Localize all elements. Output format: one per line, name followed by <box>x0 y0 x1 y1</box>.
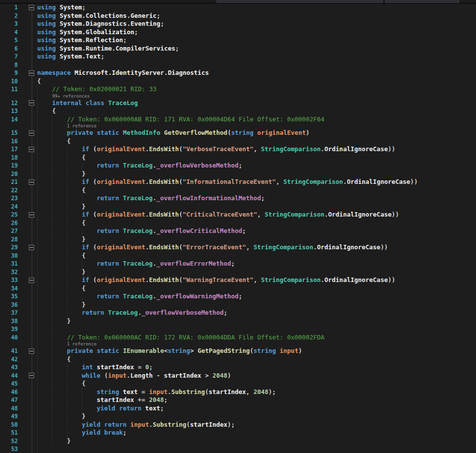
code-line-content[interactable]: return TraceLog._overflowVerboseMethod; <box>37 309 476 317</box>
code-line-content[interactable]: { <box>37 186 476 195</box>
code-line-content[interactable]: } <box>37 412 476 421</box>
code-line-content[interactable]: { <box>37 219 476 227</box>
code-line[interactable]: 51yield break; <box>0 429 476 437</box>
collapse-region-button[interactable] <box>29 348 34 354</box>
toolbar-combobox-fragment[interactable] <box>217 0 383 3</box>
code-line[interactable]: 6using System.Runtime.CompilerServices; <box>0 45 476 53</box>
code-line[interactable]: 48yield return text; <box>0 404 476 413</box>
code-line-content[interactable]: 1 reference <box>37 123 476 129</box>
code-line[interactable]: 1using System; <box>0 3 476 12</box>
code-line-content[interactable]: using System.Collections.Generic; <box>37 12 476 20</box>
code-line-content[interactable]: while (input.Length - startIndex > 2048) <box>37 372 476 380</box>
code-line[interactable]: 10{ <box>0 77 476 86</box>
code-line-content[interactable]: } <box>37 235 476 244</box>
references-codelens-link[interactable]: 1 reference <box>67 123 97 129</box>
code-line[interactable]: 4using System.Globalization; <box>0 28 476 37</box>
code-line-content[interactable]: { <box>37 284 476 293</box>
code-line[interactable]: 26{ <box>0 219 476 227</box>
code-line[interactable]: 32} <box>0 268 476 277</box>
code-line[interactable]: 41private static IEnumerable<string> Get… <box>0 347 476 355</box>
code-line[interactable]: 38} <box>0 317 476 326</box>
code-line-content[interactable]: private static MethodInfo GetOverflowMet… <box>37 129 476 137</box>
code-line[interactable]: 33if (originalEvent.EndsWith("WarningTra… <box>0 276 476 284</box>
code-line[interactable]: 8 <box>0 61 476 69</box>
code-line-content[interactable] <box>37 325 476 334</box>
code-line[interactable]: 34{ <box>0 284 476 293</box>
code-line[interactable]: 16{ <box>0 137 476 146</box>
code-line-content[interactable]: return TraceLog._overflowInformationalMe… <box>37 194 476 203</box>
code-line-content[interactable] <box>37 61 476 69</box>
code-line[interactable]: 53 <box>0 445 476 453</box>
code-line[interactable]: 9namespace Microsoft.IdentityServer.Diag… <box>0 69 476 77</box>
code-line-content[interactable]: namespace Microsoft.IdentityServer.Diagn… <box>37 69 476 77</box>
collapse-region-button[interactable] <box>29 278 34 283</box>
code-line-content[interactable]: { <box>37 107 476 115</box>
collapse-region-button[interactable] <box>29 245 34 250</box>
code-line-content[interactable]: if (originalEvent.EndsWith("WarningTrace… <box>37 276 476 284</box>
references-codelens-link[interactable]: 99+ references <box>52 94 90 99</box>
code-editor[interactable]: 1using System;2using System.Collections.… <box>0 3 476 453</box>
code-line-content[interactable]: using System; <box>37 3 476 12</box>
code-line-content[interactable]: using System.Text; <box>37 53 476 61</box>
code-line[interactable]: 21if (originalEvent.EndsWith("Informatio… <box>0 178 476 186</box>
code-line-content[interactable]: yield return input.Substring(startIndex)… <box>37 421 476 429</box>
code-line-content[interactable]: private static IEnumerable<string> GetPa… <box>37 347 476 355</box>
code-line-content[interactable] <box>37 445 476 453</box>
code-line-content[interactable]: yield return text; <box>37 404 476 413</box>
code-line-content[interactable]: { <box>37 137 476 146</box>
code-line[interactable]: 52} <box>0 437 476 446</box>
code-line-content[interactable]: if (originalEvent.EndsWith("CriticalTrac… <box>37 211 476 219</box>
code-line-content[interactable]: // Token: 0x060000AB RID: 171 RVA: 0x000… <box>37 115 476 124</box>
references-codelens-link[interactable]: 1 reference <box>67 341 97 347</box>
code-line[interactable]: 3using System.Diagnostics.Eventing; <box>0 20 476 28</box>
code-line-content[interactable]: 1 reference <box>37 341 476 347</box>
code-line-content[interactable]: yield break; <box>37 429 476 437</box>
code-line[interactable]: 49} <box>0 412 476 421</box>
code-line[interactable]: 12internal class TraceLog <box>0 99 476 108</box>
code-line[interactable]: 5using System.Reflection; <box>0 36 476 45</box>
code-line[interactable]: 11// Token: 0x02000021 RID: 33 <box>0 85 476 94</box>
code-line-content[interactable]: return TraceLog._overflowErrorMethod; <box>37 260 476 268</box>
collapse-region-button[interactable] <box>29 70 34 76</box>
code-line[interactable]: 27return TraceLog._overflowCriticalMetho… <box>0 227 476 235</box>
code-line-content[interactable]: internal class TraceLog <box>37 99 476 108</box>
code-line[interactable]: 50yield return input.Substring(startInde… <box>0 421 476 429</box>
code-line-content[interactable]: { <box>37 252 476 260</box>
code-line[interactable]: 28} <box>0 235 476 244</box>
collapse-region-button[interactable] <box>29 5 34 10</box>
code-line-content[interactable]: { <box>37 380 476 388</box>
code-line-content[interactable]: if (originalEvent.EndsWith("VerboseTrace… <box>37 145 476 154</box>
code-line[interactable]: 14// Token: 0x060000AB RID: 171 RVA: 0x0… <box>0 115 476 124</box>
collapse-region-button[interactable] <box>29 179 34 185</box>
collapse-region-button[interactable] <box>29 373 34 378</box>
code-line[interactable]: 37return TraceLog._overflowVerboseMethod… <box>0 309 476 317</box>
code-line-content[interactable]: // Token: 0x02000021 RID: 33 <box>37 85 476 94</box>
code-line[interactable]: 17if (originalEvent.EndsWith("VerboseTra… <box>0 145 476 154</box>
code-line[interactable]: 46string text = input.Substring(startInd… <box>0 388 476 396</box>
code-line-content[interactable]: using System.Globalization; <box>37 28 476 37</box>
code-line-content[interactable]: if (originalEvent.EndsWith("Informationa… <box>37 178 476 186</box>
code-line[interactable]: 45{ <box>0 380 476 388</box>
code-line-content[interactable]: if (originalEvent.EndsWith("ErrorTraceEv… <box>37 243 476 252</box>
code-line-content[interactable]: using System.Reflection; <box>37 36 476 45</box>
code-line[interactable]: 35return TraceLog._overflowWarningMethod… <box>0 292 476 301</box>
collapse-region-button[interactable] <box>29 130 34 136</box>
code-line-content[interactable]: } <box>37 317 476 326</box>
code-line-content[interactable]: int startIndex = 0; <box>37 363 476 372</box>
collapse-region-button[interactable] <box>29 212 34 218</box>
code-line-content[interactable]: { <box>37 355 476 364</box>
code-line[interactable]: 18{ <box>0 154 476 162</box>
code-line[interactable]: 22{ <box>0 186 476 195</box>
code-line[interactable]: 44while (input.Length - startIndex > 204… <box>0 372 476 380</box>
code-line-content[interactable]: using System.Diagnostics.Eventing; <box>37 20 476 28</box>
code-line-content[interactable]: } <box>37 203 476 211</box>
code-line-content[interactable]: { <box>37 77 476 86</box>
code-line-content[interactable]: startIndex += 2048; <box>37 396 476 404</box>
code-line[interactable]: 43int startIndex = 0; <box>0 363 476 372</box>
code-line[interactable]: 39 <box>0 325 476 334</box>
code-line-content[interactable]: string text = input.Substring(startIndex… <box>37 388 476 396</box>
code-line[interactable]: 13{ <box>0 107 476 115</box>
code-line[interactable]: 23return TraceLog._overflowInformational… <box>0 194 476 203</box>
code-line[interactable]: 36} <box>0 301 476 309</box>
code-line[interactable]: 19return TraceLog._overflowVerboseMethod… <box>0 162 476 170</box>
